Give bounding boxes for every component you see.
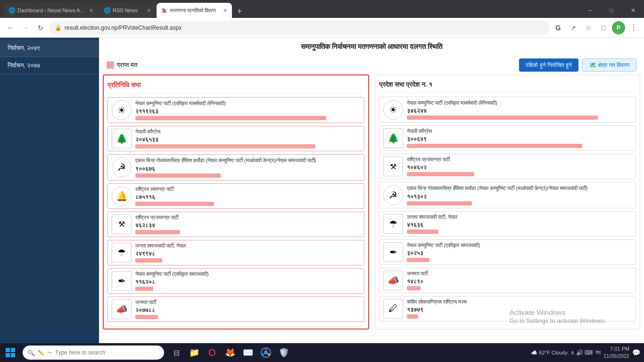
nav-forward[interactable]: → [19, 21, 32, 34]
nav-reload[interactable]: ↻ [34, 21, 47, 34]
party-votes-left-2: ९००६७६ [135, 165, 360, 172]
svg-rect-1 [11, 348, 15, 352]
left-column: प्रतिनिधि सभा ☀ नेपाल कम्युनिष्ट पार्टी … [103, 74, 369, 329]
taskbar-weather[interactable]: ☁️ 62°F Cloudy [531, 350, 568, 356]
taskbar-search-input[interactable] [55, 349, 159, 356]
party-row-right-6: 📣 जनमत पार्टी १४८९० [379, 268, 636, 293]
taskbar-notification[interactable]: 💬 [632, 349, 640, 356]
taskbar-language[interactable]: नेप [595, 350, 601, 356]
party-logo-right-5: ✒ [383, 242, 403, 262]
party-logo-right-6: 📣 [383, 271, 403, 290]
party-votes-right-7: १३७७९ [407, 306, 632, 313]
svg-rect-2 [6, 353, 10, 357]
star-icon[interactable]: ☆ [582, 21, 595, 34]
party-logo-right-4: ☂ [383, 214, 403, 234]
page-header: समानुपातिक निर्वाचनमा मतगणनाको आधारमा दल… [99, 38, 644, 56]
party-votes-right-0: ३४६२४४ [407, 107, 632, 114]
new-tab-button[interactable]: + [233, 5, 246, 18]
party-name-right-5: नेपाल कम्युनिष्ट पार्टी (एकीकृत समाजवादी… [407, 242, 632, 248]
party-info-right-1: नेपाली काँग्रेस ३००६४९ [407, 128, 632, 148]
taskbar-search-bar[interactable]: 🔍 ✏️ 〜 [23, 346, 164, 360]
taskbar-app-opera[interactable]: O [204, 343, 221, 362]
party-logo-right-1: 🌲 [383, 128, 403, 148]
party-name-left-5: जनता समाजवादी पार्टी, नेपाल [135, 243, 360, 249]
party-votes-left-4: ४६२८३४ [135, 222, 360, 229]
party-name-left-2: एकल चिन्ह गोलाकारभित्र हँसिया हथौडा (नेप… [135, 157, 360, 164]
tab-1-icon: 🌐 [8, 7, 16, 14]
svg-rect-0 [6, 348, 10, 352]
address-input[interactable] [65, 25, 544, 31]
cloud-icon: ☁️ [531, 350, 537, 356]
party-row-right-1: 🌲 नेपाली काँग्रेस ३००६४९ [379, 125, 636, 151]
party-votes-left-6: ११६२०८ [135, 279, 360, 285]
tab-2-close[interactable]: ✕ [147, 8, 151, 14]
window-maximize[interactable]: □ [601, 3, 622, 18]
party-votes-left-3: ८७५११६ [135, 194, 360, 200]
tab-3-title: मतगणना प्रगतिको विवरण [170, 8, 221, 14]
party-votes-right-3: १०१३०२ [407, 193, 632, 200]
party-votes-right-6: १४८९० [407, 278, 632, 285]
controls-row: प्राप्त मत पहिलो हुने निर्वाचित हुने 🗺️ … [99, 56, 644, 74]
sidebar-item-election-2079[interactable]: निर्वाचन, २०७९ [0, 40, 99, 57]
lock-icon: 🔒 [55, 25, 62, 31]
party-name-left-3: राष्ट्रिय स्वतन्त्र पार्टी [135, 186, 360, 192]
party-bar-left-5 [135, 258, 162, 263]
tab-3[interactable]: 🇳🇵 मतगणना प्रगतिको विवरण ✕ [157, 3, 232, 18]
menu-icon[interactable]: ⋮ [627, 21, 640, 34]
tab-bar: 🌐 Dashboard ‹ Nepal News Austral ✕ 🌐 RSS… [0, 0, 644, 18]
party-row-right-5: ✒ नेपाल कम्युनिष्ट पार्टी (एकीकृत समाजवा… [379, 239, 636, 265]
first-elected-button[interactable]: पहिलो हुने निर्वाचित हुने [519, 58, 578, 72]
window-close[interactable]: ✕ [622, 3, 644, 18]
tab-1[interactable]: 🌐 Dashboard ‹ Nepal News Austral ✕ [4, 3, 98, 18]
taskbar-search-icon: 🔍 [27, 349, 35, 356]
share-icon[interactable]: ↗ [567, 21, 580, 34]
area-detail-button[interactable]: 🗺️ क्षेत्र गत विवरण [582, 58, 636, 72]
party-name-right-6: जनमत पार्टी [407, 271, 632, 277]
party-info-right-7: संघीय लोकतान्त्रिक राष्ट्रिय मञ्च १३७७९ [407, 299, 632, 319]
google-icon[interactable]: G [552, 21, 565, 34]
party-row-left-7: 📣 जनमत पार्टी २०७७८८ [107, 296, 364, 322]
tab-2[interactable]: 🌐 RSS News ✕ [99, 3, 156, 18]
sidebar-item-election-2074[interactable]: निर्वाचन, २०७४ [0, 57, 99, 74]
left-column-title: प्रतिनिधि सभा [107, 79, 364, 93]
nav-back[interactable]: ← [4, 21, 17, 34]
start-button[interactable] [0, 343, 21, 362]
party-bar-left-2 [135, 173, 221, 178]
legend-box [107, 61, 114, 69]
taskbar-app-mail[interactable]: ✉️ [239, 343, 256, 362]
party-info-left-0: नेपाल कम्युनिष्ट पार्टी (एकीकृत मार्क्सव… [135, 100, 360, 120]
party-logo-left-6: ✒ [112, 271, 132, 291]
taskbar-system-icons[interactable]: ∧ 🔊 ⌨ [570, 349, 593, 356]
party-votes-right-4: ४१६३६ [407, 222, 632, 228]
taskbar-app-windows-security[interactable]: 🛡️ [275, 343, 292, 362]
party-votes-left-1: २०४६५३३ [135, 136, 360, 143]
party-bar-right-7 [407, 314, 418, 319]
taskbar-app-firefox[interactable]: 🦊 [222, 343, 239, 362]
svg-point-5 [264, 351, 268, 354]
taskbar-search-icon2: ✏️ [38, 350, 44, 356]
party-bar-left-4 [135, 230, 180, 234]
party-row-right-2: ⚒ राष्ट्रिय प्रजातन्त्र पार्टी १०४६०२ [379, 154, 636, 179]
party-logo-left-4: ⚒ [112, 214, 132, 234]
party-logo-left-2: ☭ [112, 157, 132, 177]
window-minimize[interactable]: ─ [579, 3, 601, 18]
party-row-right-7: 🖊 संघीय लोकतान्त्रिक राष्ट्रिय मञ्च १३७७… [379, 296, 636, 321]
columns-container: प्रतिनिधि सभा ☀ नेपाल कम्युनिष्ट पार्टी … [99, 74, 644, 337]
party-info-left-4: राष्ट्रिय प्रजातन्त्र पार्टी ४६२८३४ [135, 214, 360, 234]
party-bar-right-3 [407, 201, 472, 206]
party-name-left-1: नेपाली काँग्रेस [135, 129, 360, 135]
party-logo-right-2: ⚒ [383, 156, 403, 176]
taskbar-app-explorer[interactable]: 📁 [186, 343, 203, 362]
extension-icon[interactable]: □ [597, 21, 610, 34]
taskbar-app-task-view[interactable]: ⊟ [168, 343, 185, 362]
tab-1-close[interactable]: ✕ [89, 8, 93, 14]
tab-3-close[interactable]: ✕ [223, 8, 227, 14]
party-bar-right-1 [407, 144, 582, 148]
browser-chrome: 🌐 Dashboard ‹ Nepal News Austral ✕ 🌐 RSS… [0, 0, 644, 38]
party-name-left-7: जनमत पार्टी [135, 299, 360, 305]
speaker-icon: 🔊 [576, 349, 583, 356]
profile-icon[interactable]: P [612, 21, 625, 34]
party-info-left-1: नेपाली काँग्रेस २०४६५३३ [135, 129, 360, 148]
taskbar-app-chrome[interactable] [257, 343, 274, 362]
sidebar: निर्वाचन, २०७९ निर्वाचन, २०७४ [0, 38, 99, 343]
